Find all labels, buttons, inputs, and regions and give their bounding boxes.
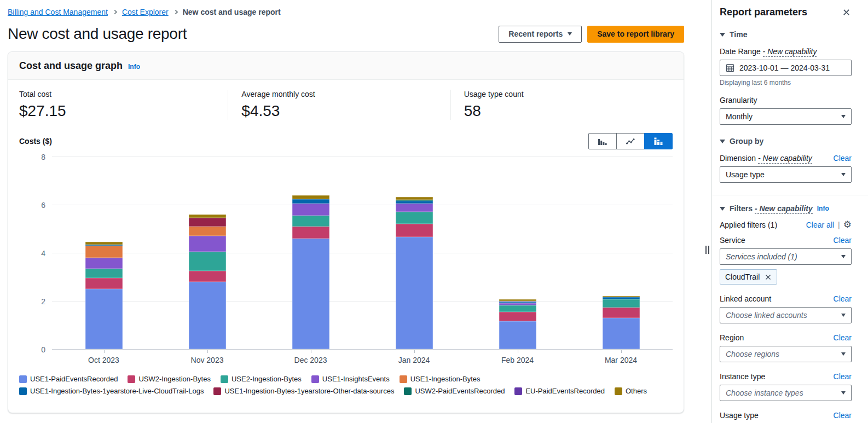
collapse-triangle-icon <box>720 33 725 37</box>
dimension-select[interactable]: Usage type <box>720 166 852 183</box>
bar-segment-usw2-ingestion-bytes[interactable] <box>603 308 640 318</box>
bar-segment-use1-paideventsrecorded[interactable] <box>85 289 123 349</box>
bar-segment-use2-ingestion-bytes[interactable] <box>603 299 640 308</box>
stacked-bar-chart-toggle-button[interactable] <box>644 133 673 149</box>
legend-swatch <box>514 387 522 395</box>
clear-all-filters-link[interactable]: Clear all <box>806 221 834 229</box>
bar-segment-use1-insightsevents[interactable] <box>85 258 123 269</box>
panel-info-link[interactable]: Info <box>128 63 140 71</box>
bar-segment-usw2-ingestion-bytes[interactable] <box>396 224 433 237</box>
legend-item-use2-ingestion-bytes[interactable]: USE2-Ingestion-Bytes <box>221 375 302 383</box>
report-parameters-panel: Report parameters Time Date Range - New … <box>711 0 868 423</box>
date-range-helper-text: Displaying last 6 months <box>720 79 852 86</box>
bar-segment-use2-ingestion-bytes[interactable] <box>292 216 329 227</box>
bar-segment-use1-insightsevents[interactable] <box>292 204 329 216</box>
bar-feb-2024[interactable] <box>499 299 536 349</box>
legend-swatch <box>213 387 221 395</box>
group-by-section-header[interactable]: Group by <box>720 137 852 146</box>
date-range-input[interactable]: 2023-10-01 — 2024-03-31 <box>720 60 852 76</box>
x-axis-tick <box>621 350 622 353</box>
grouped-bar-chart-toggle-button[interactable] <box>588 133 617 149</box>
breadcrumb-cost-explorer-link[interactable]: Cost Explorer <box>122 8 169 16</box>
chart-plot: 02468 <box>52 157 673 350</box>
clear-filter-link[interactable]: Clear <box>834 294 852 303</box>
chart-x-axis: Oct 2023Nov 2023Dec 2023Jan 2024Feb 2024… <box>52 350 673 366</box>
bar-segment-use2-ingestion-bytes[interactable] <box>85 269 123 279</box>
bar-segment-use1-insightsevents[interactable] <box>189 236 226 252</box>
legend-item-use1-paideventsrecorded[interactable]: USE1-PaidEventsRecorded <box>19 375 118 383</box>
time-section-header[interactable]: Time <box>720 30 852 39</box>
new-capability-badge: - New capability <box>755 204 813 214</box>
gear-icon[interactable]: ⚙︎ <box>843 220 852 229</box>
bar-segment-use1-paideventsrecorded[interactable] <box>603 318 640 349</box>
clear-service-link[interactable]: Clear <box>834 236 852 245</box>
legend-item-usw2-ingestion-bytes[interactable]: USW2-Ingestion-Bytes <box>128 375 211 383</box>
group-by-section-label: Group by <box>730 137 763 146</box>
bar-segment-use1-paideventsrecorded[interactable] <box>499 321 536 349</box>
bar-segment-use1-paideventsrecorded[interactable] <box>292 239 329 349</box>
bar-segment-usw2-ingestion-bytes[interactable] <box>85 278 123 289</box>
bar-segment-use1-insightsevents[interactable] <box>396 204 433 212</box>
x-axis-tick <box>414 350 415 353</box>
legend-item-use1-ingestion-bytes-1yearstore-live-cloudtrail-logs[interactable]: USE1-Ingestion-Bytes-1yearstore-Live-Clo… <box>19 387 204 395</box>
recent-reports-button[interactable]: Recent reports <box>499 26 582 43</box>
bar-segment-usw2-ingestion-bytes[interactable] <box>189 271 226 282</box>
legend-swatch <box>221 375 228 383</box>
service-select[interactable]: Services included (1) <box>720 248 852 265</box>
legend-label: EU-PaidEventsRecorded <box>525 387 605 395</box>
save-to-report-library-button[interactable]: Save to report library <box>587 26 684 43</box>
breadcrumb: Billing and Cost Management Cost Explore… <box>0 0 711 16</box>
bar-oct-2023[interactable] <box>85 242 123 349</box>
clear-filter-link[interactable]: Clear <box>834 372 852 381</box>
x-axis-tick <box>311 350 311 353</box>
clear-filter-link[interactable]: Clear <box>834 333 852 342</box>
granularity-select[interactable]: Monthly <box>720 108 852 125</box>
breadcrumb-billing-link[interactable]: Billing and Cost Management <box>8 8 108 16</box>
filters-section-header[interactable]: Filters - New capability Info <box>720 204 852 213</box>
region-select[interactable]: Choose regions <box>720 346 852 362</box>
remove-token-button[interactable] <box>765 274 772 281</box>
chevron-down-icon <box>841 255 846 258</box>
bar-segment-use1-ingestion-bytes-1yearstore-other-data-sources[interactable] <box>189 218 226 226</box>
bar-nov-2023[interactable] <box>189 215 226 349</box>
bar-segment-use2-ingestion-bytes[interactable] <box>396 212 433 224</box>
bar-segment-use1-paideventsrecorded[interactable] <box>396 237 433 349</box>
bar-segment-use2-ingestion-bytes[interactable] <box>189 252 226 271</box>
chevron-down-icon <box>841 115 846 118</box>
legend-item-usw2-paideventsrecorded[interactable]: USW2-PaidEventsRecorded <box>404 387 505 395</box>
legend-item-others[interactable]: Others <box>615 387 647 395</box>
legend-item-use1-insightsevents[interactable]: USE1-InsightsEvents <box>311 375 390 383</box>
bar-segment-usw2-ingestion-bytes[interactable] <box>292 227 329 239</box>
legend-item-eu-paideventsrecorded[interactable]: EU-PaidEventsRecorded <box>514 387 605 395</box>
bar-mar-2024[interactable] <box>603 296 640 349</box>
bar-segment-usw2-ingestion-bytes[interactable] <box>499 312 536 322</box>
y-axis-tick-label: 6 <box>27 201 45 210</box>
bar-segment-use1-paideventsrecorded[interactable] <box>189 282 226 349</box>
panel-resize-handle[interactable] <box>705 246 709 254</box>
bar-segment-use1-ingestion-bytes[interactable] <box>189 227 226 236</box>
filters-info-link[interactable]: Info <box>817 205 829 212</box>
new-capability-badge: - New capability <box>763 47 817 57</box>
y-axis-tick-label: 0 <box>27 345 45 354</box>
bar-segment-use1-ingestion-bytes-1yearstore-live-cloudtrail-logs[interactable] <box>292 199 329 204</box>
chevron-down-icon <box>841 314 846 317</box>
applied-filters-label: Applied filters (1) <box>720 221 777 229</box>
breadcrumb-current-page: New cost and usage report <box>183 8 281 16</box>
bar-dec-2023[interactable] <box>292 195 329 349</box>
bar-jan-2024[interactable] <box>396 197 433 349</box>
bar-segment-use1-ingestion-bytes[interactable] <box>85 246 123 258</box>
linked-account-select[interactable]: Choose linked accounts <box>720 307 852 323</box>
legend-label: Others <box>626 387 647 395</box>
instance-type-select[interactable]: Choose instance types <box>720 385 852 401</box>
line-chart-toggle-button[interactable] <box>616 133 645 149</box>
close-panel-button[interactable] <box>841 7 852 18</box>
panel-title: Cost and usage graph <box>19 60 123 72</box>
chart-y-axis-title: Costs ($) <box>19 137 52 146</box>
legend-item-use1-ingestion-bytes-1yearstore-other-data-sources[interactable]: USE1-Ingestion-Bytes-1yearstore-Other-da… <box>213 387 394 395</box>
bar-segment-others[interactable] <box>189 215 226 218</box>
legend-item-use1-ingestion-bytes[interactable]: USE1-Ingestion-Bytes <box>400 375 481 383</box>
bar-segment-use2-ingestion-bytes[interactable] <box>499 305 536 312</box>
bar-segment-others[interactable] <box>292 195 329 199</box>
clear-filter-link[interactable]: Clear <box>834 411 852 420</box>
clear-dimension-link[interactable]: Clear <box>834 154 852 163</box>
